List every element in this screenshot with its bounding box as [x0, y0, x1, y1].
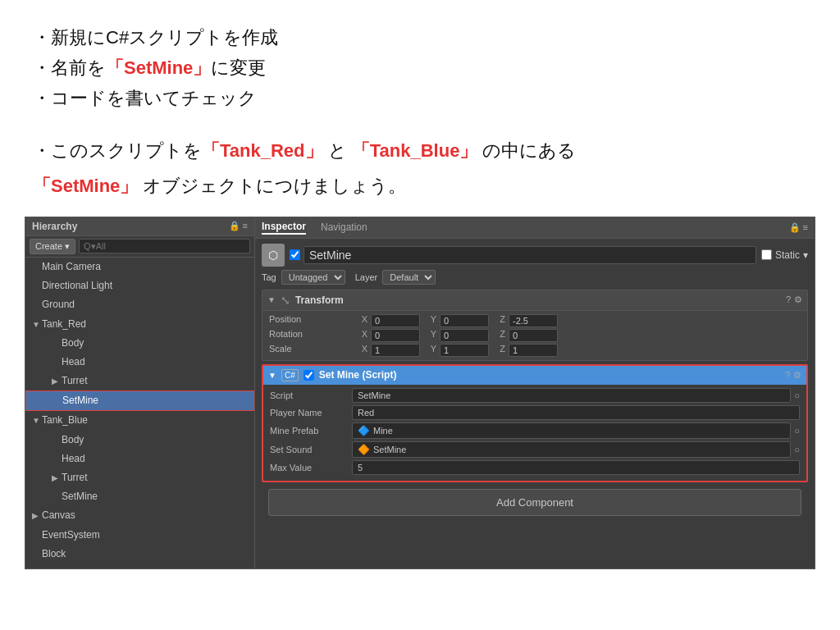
- script-arrow[interactable]: ▼: [268, 371, 276, 380]
- script-icons: ? ⚙: [785, 370, 801, 381]
- script-header: ▼ C# Set Mine (Script) ? ⚙: [263, 366, 806, 385]
- position-label: Position: [269, 314, 351, 327]
- script-body: Script SetMine ○ Player Name Red Mine Pr…: [263, 385, 806, 481]
- unity-panel: Hierarchy 🔒 ≡ Create ▾ Main CameraDirect…: [25, 217, 815, 569]
- scale-y-axis: Y: [422, 344, 438, 357]
- transform-component: ▼ ⤡ Transform ? ⚙ Position X Y Z: [262, 290, 808, 361]
- script-label: Script: [270, 390, 352, 400]
- hierarchy-item[interactable]: SetMine: [25, 390, 254, 411]
- object-name-input[interactable]: [304, 246, 756, 264]
- set-sound-label: Set Sound: [270, 445, 352, 454]
- pos-z-input[interactable]: [509, 314, 558, 327]
- rotation-label: Rotation: [269, 329, 351, 342]
- hierarchy-list: Main CameraDirectional LightGround▼Tank_…: [25, 258, 254, 568]
- transform-question-icon[interactable]: ?: [786, 294, 791, 305]
- transform-icons: ? ⚙: [786, 294, 802, 305]
- hierarchy-item[interactable]: ▼Tank_Blue: [25, 411, 254, 430]
- scale-z-input[interactable]: [509, 344, 558, 357]
- hierarchy-item[interactable]: ▶Turret: [25, 372, 254, 390]
- script-field-row: Script SetMine ○: [270, 388, 800, 403]
- hierarchy-item[interactable]: Body: [25, 334, 254, 353]
- hierarchy-item[interactable]: Main Camera: [25, 258, 254, 276]
- pos-y-input[interactable]: [440, 314, 489, 327]
- scale-x-axis: X: [353, 344, 369, 357]
- mine-prefab-field-row: Mine Prefab 🔷 Mine ○: [270, 422, 800, 439]
- object-title-row: ⬡ Static ▾: [262, 244, 808, 267]
- script-title: Set Mine (Script): [319, 369, 780, 381]
- scale-z-axis: Z: [491, 344, 507, 357]
- hierarchy-item[interactable]: EventSystem: [25, 526, 254, 545]
- rot-z-input[interactable]: [509, 329, 558, 342]
- static-checkbox[interactable]: [761, 249, 772, 260]
- scale-label: Scale: [269, 344, 351, 357]
- tag-label: Tag: [262, 272, 276, 282]
- inspector-panel: Inspector Navigation 🔒 ≡ ⬡ Static ▾: [255, 217, 815, 568]
- hierarchy-item[interactable]: Directional Light: [25, 276, 254, 295]
- create-button[interactable]: Create ▾: [30, 239, 75, 254]
- search-input[interactable]: [79, 239, 250, 253]
- rot-x-input[interactable]: [371, 329, 420, 342]
- bullet-4: ・このスクリプトを「Tank_Red」 と 「Tank_Blue」 の中にある: [33, 136, 807, 165]
- scale-x-input[interactable]: [371, 344, 420, 357]
- hierarchy-item[interactable]: Head: [25, 353, 254, 372]
- player-name-field-row: Player Name Red: [270, 405, 800, 420]
- layer-dropdown[interactable]: Default: [382, 270, 436, 285]
- script-active-checkbox[interactable]: [304, 370, 314, 381]
- hierarchy-item[interactable]: ▶Canvas: [25, 506, 254, 525]
- static-dropdown-icon[interactable]: ▾: [803, 249, 808, 261]
- transform-fields: Position X Y Z Rotation X Y Z Scale X: [262, 311, 807, 360]
- hierarchy-item[interactable]: SetMine: [25, 487, 254, 506]
- hierarchy-item[interactable]: Block: [25, 545, 254, 564]
- hierarchy-item[interactable]: Ground: [25, 295, 254, 314]
- mine-prefab-label: Mine Prefab: [270, 426, 352, 436]
- lock-icon: 🔒 ≡: [789, 222, 808, 233]
- rot-z-axis: Z: [491, 329, 507, 342]
- bullet-3: ・コードを書いてチェック: [33, 84, 807, 112]
- mine-prefab-value[interactable]: 🔷 Mine: [352, 422, 791, 439]
- transform-settings-icon[interactable]: ⚙: [794, 294, 802, 305]
- set-sound-value[interactable]: 🔶 SetMine: [352, 441, 791, 458]
- player-name-value[interactable]: Red: [352, 405, 800, 420]
- rot-y-axis: Y: [422, 329, 438, 342]
- rot-x-axis: X: [353, 329, 369, 342]
- active-checkbox[interactable]: [290, 249, 300, 260]
- inspector-header: Inspector Navigation 🔒 ≡: [255, 217, 815, 239]
- tag-layer-row: Tag Untagged Layer Default: [262, 270, 808, 285]
- mine-prefab-circle-icon[interactable]: ○: [794, 426, 800, 436]
- script-question-icon[interactable]: ?: [785, 370, 790, 381]
- pos-z-axis: Z: [491, 314, 507, 327]
- tab-inspector[interactable]: Inspector: [262, 221, 306, 235]
- hierarchy-item[interactable]: ▶Turret: [25, 468, 254, 487]
- player-name-label: Player Name: [270, 408, 352, 418]
- rot-y-input[interactable]: [440, 329, 489, 342]
- transform-arrow[interactable]: ▼: [267, 295, 276, 304]
- text-area: ・新規にC#スクリプトを作成 ・名前を「SetMine」に変更 ・コードを書いて…: [0, 0, 840, 217]
- set-sound-icon: 🔶: [358, 444, 370, 455]
- static-label: Static: [775, 249, 800, 261]
- max-value-field-row: Max Value 5: [270, 460, 800, 475]
- script-component: ▼ C# Set Mine (Script) ? ⚙ Script SetMin…: [262, 364, 808, 482]
- mine-prefab-icon: 🔷: [358, 425, 370, 436]
- transform-icon: ⤡: [281, 294, 290, 307]
- add-component-button[interactable]: Add Component: [268, 489, 801, 516]
- hierarchy-toolbar: Create ▾: [25, 236, 254, 258]
- pos-x-input[interactable]: [371, 314, 420, 327]
- hierarchy-item[interactable]: Head: [25, 450, 254, 468]
- script-circle-icon[interactable]: ○: [794, 390, 800, 400]
- script-value[interactable]: SetMine: [352, 388, 791, 403]
- set-sound-circle-icon[interactable]: ○: [794, 445, 800, 454]
- hierarchy-title: Hierarchy: [32, 221, 77, 232]
- bullet-1: ・新規にC#スクリプトを作成: [33, 23, 807, 52]
- csharp-icon: C#: [281, 369, 299, 381]
- max-value-value[interactable]: 5: [352, 460, 800, 475]
- scale-y-input[interactable]: [440, 344, 489, 357]
- checkbox-label: [290, 246, 756, 264]
- transform-header: ▼ ⤡ Transform ? ⚙: [262, 290, 807, 311]
- tag-dropdown[interactable]: Untagged: [281, 270, 345, 285]
- hierarchy-item[interactable]: Body: [25, 431, 254, 450]
- object-icon: ⬡: [262, 244, 285, 267]
- tab-navigation[interactable]: Navigation: [321, 221, 368, 234]
- hierarchy-item[interactable]: ▼Tank_Red: [25, 315, 254, 334]
- hierarchy-item[interactable]: CenterPosition: [25, 564, 254, 568]
- script-settings-icon[interactable]: ⚙: [793, 370, 801, 381]
